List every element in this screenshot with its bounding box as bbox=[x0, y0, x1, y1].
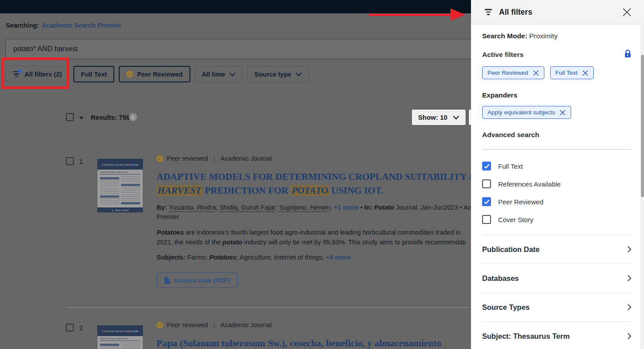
select-all-checkbox[interactable] bbox=[66, 113, 74, 121]
annotation-arrow bbox=[369, 14, 451, 16]
more-authors-link[interactable]: +1 more bbox=[334, 204, 358, 211]
source-type-dropdown[interactable]: Source type bbox=[247, 66, 309, 82]
cover-issue-line: Volume 69 Number 8 March 2013 bbox=[100, 171, 140, 174]
annotation-highlight-box bbox=[1, 57, 69, 89]
cover-masthead: Convallis Luctus Sollicitudo bbox=[97, 159, 143, 170]
result-1-cover-thumbnail[interactable]: Convallis Luctus Sollicitudo Volume 69 N… bbox=[97, 158, 143, 213]
show-per-page-dropdown[interactable]: Show: 10 bbox=[411, 109, 466, 126]
result-number: 1 bbox=[79, 157, 83, 165]
remove-chip-icon bbox=[559, 110, 566, 116]
author-link[interactable]: Yusianto, Rindra bbox=[169, 204, 216, 211]
results-count: Results: 759 bbox=[91, 114, 130, 121]
subject-link[interactable]: Potatoes bbox=[209, 254, 236, 261]
checkbox-cover-story[interactable]: Cover Story bbox=[482, 215, 632, 224]
annotation-arrow-head bbox=[451, 8, 465, 21]
expander-chips: Apply equivalent subjects bbox=[482, 106, 632, 119]
panel-scrollbar-track[interactable] bbox=[640, 25, 644, 349]
result-number: 2 bbox=[79, 324, 83, 332]
panel-divider bbox=[482, 149, 632, 150]
peer-reviewed-filter-button[interactable]: Peer Reviewed bbox=[119, 66, 190, 82]
access-now-pdf-button[interactable]: Access now (PDF) bbox=[157, 272, 238, 288]
database-link[interactable]: Academic Search Premier bbox=[42, 22, 121, 29]
checkbox-references-available[interactable]: References Available bbox=[482, 179, 632, 188]
close-icon[interactable] bbox=[621, 6, 632, 18]
peer-reviewed-badge-icon bbox=[126, 71, 133, 77]
remove-chip-icon bbox=[533, 70, 539, 76]
all-filters-panel: All filters Search Mode: Proximity Activ… bbox=[471, 0, 644, 349]
section-databases[interactable]: Databases bbox=[482, 264, 632, 293]
chevron-down-icon bbox=[295, 72, 302, 77]
section-source-types[interactable]: Source Types bbox=[482, 293, 632, 322]
checkbox-icon bbox=[482, 162, 491, 170]
full-text-filter-button[interactable]: Full Text bbox=[73, 66, 115, 82]
expander-chip-equivalent-subjects[interactable]: Apply equivalent subjects bbox=[482, 106, 571, 119]
chevron-down-icon bbox=[453, 115, 459, 120]
filter-chip-peer-reviewed[interactable]: Peer Reviewed bbox=[482, 66, 544, 79]
subject-link[interactable]: Agriculture bbox=[240, 254, 270, 261]
peer-reviewed-label: Peer reviewed bbox=[167, 321, 208, 329]
author-link[interactable]: Suprijono, Herwin bbox=[279, 204, 330, 211]
chevron-right-icon bbox=[627, 275, 632, 282]
checkbox-icon bbox=[482, 179, 491, 188]
checkbox-icon bbox=[482, 197, 491, 206]
info-icon[interactable]: i bbox=[129, 113, 137, 121]
checkbox-full-text[interactable]: Full Text bbox=[482, 162, 632, 170]
peer-reviewed-badge-icon bbox=[157, 155, 163, 162]
pdf-icon bbox=[164, 277, 170, 284]
source-type-label: Academic Journal bbox=[220, 321, 271, 329]
panel-scrollbar-thumb[interactable] bbox=[641, 55, 644, 197]
result-2-cover-thumbnail[interactable]: Convallis Luctus Sollicitudo Volume 69 N… bbox=[97, 325, 143, 349]
subject-link[interactable]: Internet of things bbox=[274, 254, 322, 261]
source-type-label: Academic Journal bbox=[220, 155, 271, 162]
filter-icon bbox=[484, 9, 492, 15]
peer-reviewed-badge-icon bbox=[157, 322, 163, 329]
section-publication-date[interactable]: Publication Date bbox=[482, 235, 632, 264]
peer-reviewed-label: Peer reviewed bbox=[167, 155, 208, 162]
ebsco-search-screen: Searching:Academic Search Premier All fi… bbox=[0, 0, 644, 349]
highlighted-term: POTATO bbox=[291, 185, 329, 196]
lock-icon bbox=[624, 49, 632, 60]
author-link[interactable]: Shidiq, Guruh Fajar bbox=[220, 204, 276, 211]
active-filter-chips: Peer Reviewed Full Text bbox=[482, 66, 632, 79]
chevron-right-icon bbox=[627, 246, 632, 253]
active-filters-label: Active filters bbox=[482, 51, 523, 59]
remove-chip-icon bbox=[582, 70, 588, 76]
advanced-search-link[interactable]: Advanced search bbox=[482, 131, 632, 139]
select-options-caret-icon[interactable] bbox=[79, 117, 84, 119]
section-subject-thesaurus-term[interactable]: Subject: Thesaurus Term bbox=[482, 322, 632, 349]
searching-line: Searching:Academic Search Premier bbox=[6, 22, 121, 29]
checkbox-icon bbox=[482, 215, 491, 224]
highlighted-term: HARVEST bbox=[157, 185, 202, 196]
chevron-right-icon bbox=[627, 304, 632, 311]
filter-chip-full-text[interactable]: Full Text bbox=[550, 66, 594, 79]
panel-title: All filters bbox=[499, 8, 532, 17]
result-2-checkbox[interactable] bbox=[66, 324, 74, 332]
active-filters-row: Active filters bbox=[482, 49, 632, 60]
all-time-dropdown[interactable]: All time bbox=[195, 66, 243, 82]
cover-masthead: Convallis Luctus Sollicitudo bbox=[97, 325, 143, 336]
chevron-right-icon bbox=[627, 333, 632, 340]
more-subjects-link[interactable]: +8 more bbox=[326, 254, 350, 261]
panel-header: All filters bbox=[471, 0, 644, 24]
checkbox-peer-reviewed[interactable]: Peer Reviewed bbox=[482, 197, 632, 206]
subject-link[interactable]: Farms bbox=[187, 254, 205, 261]
cover-footer: ▲Dolor sit amet bbox=[97, 207, 143, 213]
cover-issue-line: Volume 69 Number 8 March 2013 bbox=[100, 337, 140, 341]
chevron-down-icon bbox=[229, 72, 236, 77]
result-1-checkbox[interactable] bbox=[66, 157, 74, 165]
expanders-label: Expanders bbox=[482, 91, 632, 99]
searching-label: Searching: bbox=[6, 22, 39, 29]
search-mode-row: Search Mode: Proximity bbox=[482, 32, 632, 40]
journal-name: Potato bbox=[374, 204, 394, 211]
